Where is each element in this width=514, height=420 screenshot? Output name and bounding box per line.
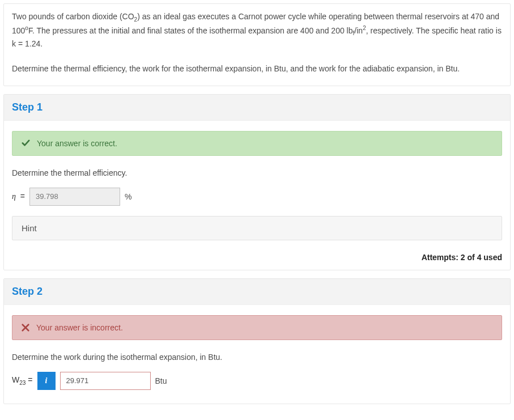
x-icon <box>22 324 29 332</box>
problem-statement-body: Two pounds of carbon dioxide (CO2) as an… <box>4 4 510 86</box>
step2-panel: Step 2 Your answer is incorrect. Determi… <box>3 278 511 404</box>
check-icon <box>22 139 30 147</box>
step1-hint[interactable]: Hint <box>12 216 502 240</box>
step1-alert-text: Your answer is correct. <box>37 139 117 148</box>
problem-text: Two pounds of carbon dioxide (CO2) as an… <box>12 11 502 50</box>
step1-attempts: Attempts: 2 of 4 used <box>4 248 510 270</box>
step1-hint-label: Hint <box>22 223 37 233</box>
step2-header[interactable]: Step 2 <box>4 279 510 305</box>
step1-title: Step 1 <box>12 101 43 113</box>
problem-task: Determine the thermal efficiency, the wo… <box>12 63 502 75</box>
step2-body: Your answer is incorrect. Determine the … <box>4 305 510 404</box>
step1-header[interactable]: Step 1 <box>4 95 510 121</box>
step2-answer-row: W23 = i Btu <box>12 372 502 390</box>
step2-prompt: Determine the work during the isothermal… <box>12 353 502 362</box>
step2-title: Step 2 <box>12 286 43 297</box>
step1-prompt: Determine the thermal efficiency. <box>12 168 502 177</box>
step1-answer-input[interactable] <box>29 188 120 206</box>
step2-alert-text: Your answer is incorrect. <box>36 323 123 332</box>
step2-var-label: W23 = <box>12 375 33 386</box>
step2-answer-input[interactable] <box>60 372 151 390</box>
step2-unit: Btu <box>155 376 167 385</box>
problem-statement-panel: Two pounds of carbon dioxide (CO2) as an… <box>3 3 511 86</box>
step2-info-button[interactable]: i <box>37 372 56 390</box>
step1-var-label: η = <box>12 192 25 201</box>
step1-correct-alert: Your answer is correct. <box>12 131 502 156</box>
step1-panel: Step 1 Your answer is correct. Determine… <box>3 94 511 270</box>
step2-incorrect-alert: Your answer is incorrect. <box>12 315 502 340</box>
step1-unit: % <box>125 192 131 201</box>
step1-answer-row: η = % <box>12 188 502 206</box>
step1-body: Your answer is correct. Determine the th… <box>4 121 510 248</box>
